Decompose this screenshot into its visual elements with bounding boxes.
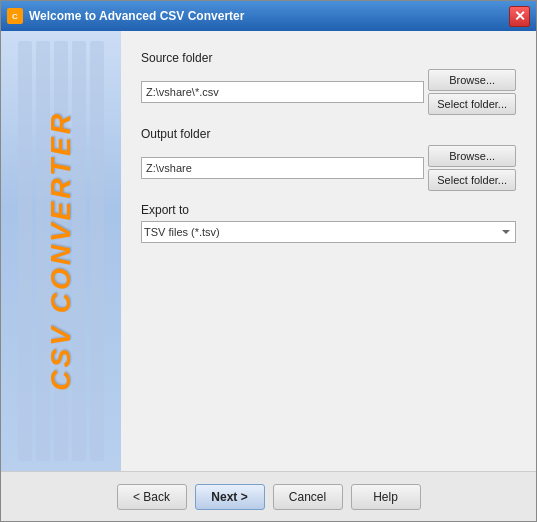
window-title: Welcome to Advanced CSV Converter [29, 9, 509, 23]
output-button-group: Browse... Select folder... [428, 145, 516, 191]
output-folder-label: Output folder [141, 127, 516, 141]
sidebar-text: CSV CONVERTER [45, 111, 77, 391]
main-content: CSV CONVERTER Source folder Browse... Se… [1, 31, 536, 471]
export-to-label: Export to [141, 203, 516, 217]
back-button[interactable]: < Back [117, 484, 187, 510]
output-folder-input[interactable] [141, 157, 424, 179]
next-button[interactable]: Next > [195, 484, 265, 510]
sidebar: CSV CONVERTER [1, 31, 121, 471]
cancel-button[interactable]: Cancel [273, 484, 343, 510]
titlebar: C Welcome to Advanced CSV Converter ✕ [1, 1, 536, 31]
export-to-select[interactable]: TSV files (*.tsv) CSV files (*.csv) Exce… [141, 221, 516, 243]
form-area: Source folder Browse... Select folder...… [121, 31, 536, 471]
sidebar-col-5 [90, 41, 104, 461]
export-to-group: Export to TSV files (*.tsv) CSV files (*… [141, 203, 516, 243]
help-button[interactable]: Help [351, 484, 421, 510]
source-folder-group: Source folder Browse... Select folder... [141, 51, 516, 115]
main-window: C Welcome to Advanced CSV Converter ✕ CS… [0, 0, 537, 522]
app-icon: C [7, 8, 23, 24]
output-select-folder-button[interactable]: Select folder... [428, 169, 516, 191]
source-button-group: Browse... Select folder... [428, 69, 516, 115]
svg-text:C: C [12, 12, 18, 21]
source-folder-row: Browse... Select folder... [141, 69, 516, 115]
close-button[interactable]: ✕ [509, 6, 530, 27]
output-browse-button[interactable]: Browse... [428, 145, 516, 167]
sidebar-col-1 [18, 41, 32, 461]
output-folder-group: Output folder Browse... Select folder... [141, 127, 516, 191]
source-folder-label: Source folder [141, 51, 516, 65]
source-browse-button[interactable]: Browse... [428, 69, 516, 91]
output-folder-row: Browse... Select folder... [141, 145, 516, 191]
source-select-folder-button[interactable]: Select folder... [428, 93, 516, 115]
source-folder-input[interactable] [141, 81, 424, 103]
export-to-row: TSV files (*.tsv) CSV files (*.csv) Exce… [141, 221, 516, 243]
spacer [141, 255, 516, 461]
bottom-bar: < Back Next > Cancel Help [1, 471, 536, 521]
